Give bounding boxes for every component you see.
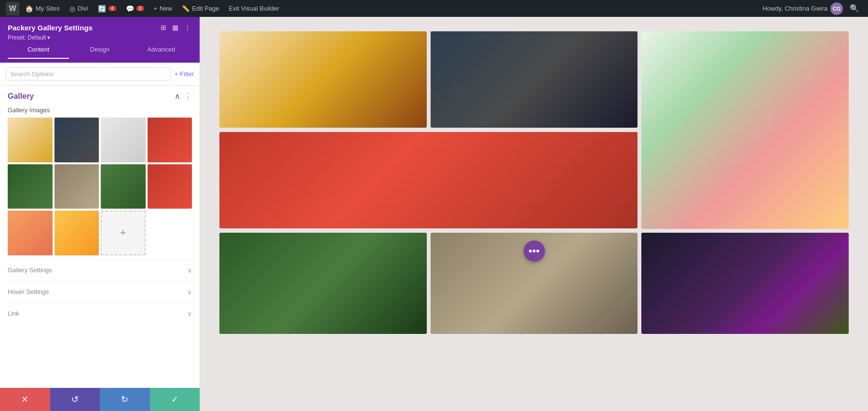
save-icon: ✓ [171,394,178,405]
admin-bar-new[interactable]: + New [150,0,176,17]
gallery-settings-chevron: ∨ [187,266,192,274]
link-section-chevron: ∨ [187,310,192,318]
preset-label: Preset: Default [8,34,46,41]
edit-icon: ✏️ [182,5,190,12]
updates-badge: 4 [108,6,116,11]
hover-settings-chevron: ∨ [187,288,192,296]
gallery-settings-section[interactable]: Gallery Settings ∨ [8,259,192,281]
hover-settings-title: Hover Settings [8,288,49,295]
tab-design[interactable]: Design [69,41,130,59]
preset-chevron: ▾ [47,34,50,41]
panel-content: Gallery ∧ ⋮ Gallery Images [0,86,200,388]
main-area: Packery Gallery Settings ⊞ ▦ ⋮ Preset: D… [0,17,868,411]
comments-icon: 💬 [126,5,134,13]
gallery-thumb-7[interactable] [101,164,146,209]
avatar: CG [830,2,843,15]
gallery-thumb-5[interactable] [8,164,53,209]
panel-title: Packery Gallery Settings [8,24,93,32]
tab-content[interactable]: Content [8,41,69,59]
gallery-thumb-10[interactable] [54,211,99,255]
redo-icon: ↻ [121,394,128,405]
gallery-thumb-1[interactable] [8,118,53,162]
filter-button[interactable]: + Filter [175,70,194,78]
panel-preset[interactable]: Preset: Default ▾ [8,34,192,41]
search-bar: + Filter [0,63,200,86]
new-icon: + [154,5,158,12]
edit-page-label: Edit Page [192,5,219,12]
admin-bar-divi[interactable]: ◎ Divi [66,0,92,17]
wp-logo-icon[interactable]: W [6,2,19,15]
hover-settings-section[interactable]: Hover Settings ∨ [8,281,192,303]
cancel-button[interactable]: ✕ [0,388,50,411]
canvas-area: ••• [200,17,868,411]
tab-advanced[interactable]: Advanced [131,41,192,59]
canvas-gallery-item-7[interactable] [641,233,849,334]
admin-bar-exit-builder[interactable]: Exit Visual Builder [225,0,284,17]
gallery-thumb-8[interactable] [148,164,192,209]
divi-icon: ◎ [69,5,75,13]
panel-title-icons: ⊞ ▦ ⋮ [160,23,192,32]
add-image-button[interactable]: + [101,211,146,255]
gallery-settings-title: Gallery Settings [8,266,52,274]
filter-plus-icon: + [175,70,178,78]
canvas-gallery-item-1[interactable] [219,31,427,128]
panel-title-row: Packery Gallery Settings ⊞ ▦ ⋮ [8,23,192,32]
undo-button[interactable]: ↺ [50,388,100,411]
section-controls: ∧ ⋮ [175,92,192,101]
bottom-toolbar: ✕ ↺ ↻ ✓ [0,388,200,411]
admin-bar-left: W 🏠 My Sites ◎ Divi 🔄 4 💬 0 + New ✏️ Edi… [6,0,762,17]
save-button[interactable]: ✓ [150,388,200,411]
panel-header: Packery Gallery Settings ⊞ ▦ ⋮ Preset: D… [0,17,200,63]
gallery-section-title: Gallery [8,92,34,101]
panel-resize-btn[interactable]: ⊞ [160,23,167,32]
gallery-collapse-btn[interactable]: ∧ [175,92,180,101]
admin-bar-updates[interactable]: 🔄 4 [94,0,120,17]
gallery-more-btn[interactable]: ⋮ [184,92,192,101]
gallery-thumb-4[interactable] [148,118,192,162]
admin-search-icon[interactable]: 🔍 [847,4,862,13]
canvas-inner: ••• [200,17,868,348]
canvas-gallery-item-4[interactable] [219,132,637,228]
tabs-row: Content Design Advanced [8,41,192,59]
add-image-icon: + [120,226,126,239]
gallery-images-label: Gallery Images [8,106,192,114]
home-icon: 🏠 [25,5,33,13]
link-section-title: Link [8,310,19,317]
gallery-grid: + [8,118,192,255]
admin-bar-comments[interactable]: 💬 0 [122,0,148,17]
mysites-label: My Sites [36,5,60,12]
panel-more-btn[interactable]: ⋮ [183,23,192,32]
howdy-section: Howdy, Christina Gwira CG [762,2,843,15]
admin-bar-edit-page[interactable]: ✏️ Edit Page [178,0,223,17]
gallery-section-header: Gallery ∧ ⋮ [8,92,192,101]
divi-label: Divi [78,5,88,12]
canvas-gallery-item-2[interactable] [431,31,638,128]
canvas-gallery-item-5[interactable] [219,233,427,334]
gallery-thumb-2[interactable] [54,118,99,162]
fab-button[interactable]: ••• [524,240,545,262]
cancel-icon: ✕ [21,394,28,405]
admin-bar-right: Howdy, Christina Gwira CG 🔍 [762,2,862,15]
exit-builder-label: Exit Visual Builder [229,5,280,12]
filter-label: Filter [180,70,194,78]
canvas-gallery-item-3[interactable] [641,31,849,229]
undo-icon: ↺ [71,394,79,405]
masonry-gallery [219,31,849,334]
left-panel: Packery Gallery Settings ⊞ ▦ ⋮ Preset: D… [0,17,200,411]
howdy-text: Howdy, Christina Gwira [762,5,827,12]
search-input[interactable] [6,67,171,80]
gallery-thumb-6[interactable] [54,164,99,209]
admin-bar-mysites[interactable]: 🏠 My Sites [21,0,64,17]
fab-icon: ••• [529,245,540,257]
new-label: New [160,5,172,12]
gallery-thumb-9[interactable] [8,211,53,255]
wp-admin-bar: W 🏠 My Sites ◎ Divi 🔄 4 💬 0 + New ✏️ Edi… [0,0,868,17]
gallery-thumb-3[interactable] [101,118,146,162]
comments-badge: 0 [136,6,144,11]
updates-icon: 🔄 [98,5,106,13]
redo-button[interactable]: ↻ [100,388,150,411]
link-section[interactable]: Link ∨ [8,303,192,324]
panel-layout-btn[interactable]: ▦ [171,23,179,32]
